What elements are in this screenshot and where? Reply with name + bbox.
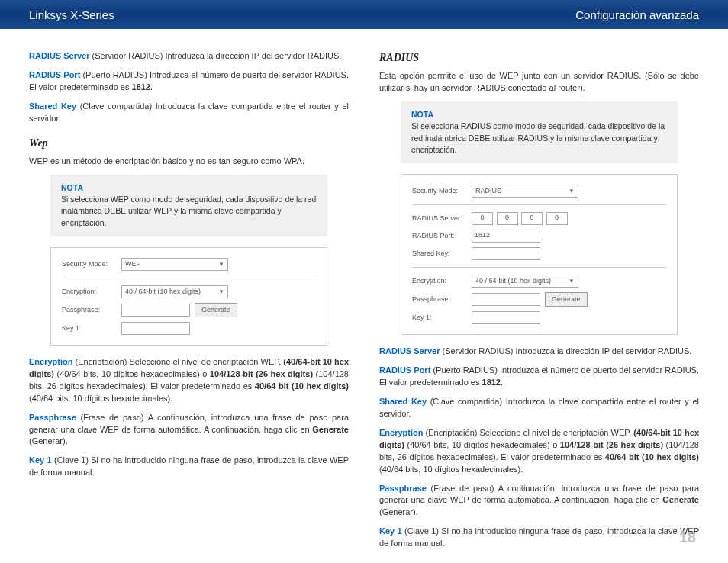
encryption-select[interactable]: 40 / 64-bit (10 hex digits)▼	[121, 285, 228, 298]
chevron-down-icon: ▼	[218, 288, 224, 297]
para-radius-server: RADIUS Server (Servidor RADIUS) Introduz…	[379, 346, 699, 358]
note-label: NOTA	[61, 182, 317, 194]
passphrase-input[interactable]	[472, 293, 540, 306]
ss-radius-port-label: RADIUS Port:	[412, 231, 472, 241]
ss-encryption-row: Encryption: 40 / 64-bit (10 hex digits)▼	[62, 283, 316, 301]
divider	[412, 204, 666, 205]
divider	[62, 278, 316, 278]
para-shared-key: Shared Key (Clave compartida) Introduzca…	[379, 396, 699, 420]
para-encryption: Encryption (Encriptación) Seleccione el …	[379, 427, 699, 476]
term-radius-server: RADIUS Server	[379, 346, 440, 355]
term-radius-port: RADIUS Port	[29, 70, 80, 79]
note-box-wep: NOTA Si selecciona WEP como modo de segu…	[50, 175, 327, 236]
ip-octet-2-input[interactable]: 0	[497, 212, 518, 225]
header-right: Configuración avanzada	[575, 8, 699, 21]
ss-key1-row: Key 1:	[412, 309, 666, 327]
passphrase-input[interactable]	[121, 304, 190, 317]
para-passphrase: Passphrase (Frase de paso) A continuació…	[29, 412, 349, 449]
chevron-down-icon: ▼	[569, 277, 575, 286]
encryption-select[interactable]: 40 / 64-bit (10 hex digits)▼	[472, 275, 578, 288]
term-shared-key: Shared Key	[29, 101, 76, 111]
term-passphrase: Passphrase	[379, 484, 427, 493]
term-encryption: Encryption	[379, 428, 423, 437]
chevron-down-icon: ▼	[218, 260, 224, 269]
term-radius-port: RADIUS Port	[379, 365, 430, 375]
para-radius-server: RADIUS Server (Servidor RADIUS) Introduz…	[29, 50, 349, 63]
ss-security-mode-label: Security Mode:	[62, 259, 121, 269]
ss-passphrase-row: Passphrase: Generate	[412, 290, 666, 309]
ss-passphrase-label: Passphrase:	[412, 294, 472, 304]
ss-passphrase-row: Passphrase: Generate	[62, 301, 316, 320]
ss-security-mode-label: Security Mode:	[412, 186, 472, 196]
divider	[412, 267, 666, 268]
ss-encryption-label: Encryption:	[412, 276, 472, 286]
radius-intro: Esta opción permite el uso de WEP junto …	[379, 70, 699, 95]
ss-radius-server-label: RADIUS Server:	[412, 214, 472, 224]
note-text: Si selecciona WEP como modo de seguridad…	[61, 195, 316, 227]
screenshot-wep: Security Mode: WEP▼ Encryption: 40 / 64-…	[50, 247, 327, 346]
para-key1: Key 1 (Clave 1) Si no ha introducido nin…	[379, 526, 699, 550]
para-radius-port: RADIUS Port (Puerto RADIUS) Introduzca e…	[29, 69, 349, 94]
para-shared-key: Shared Key (Clave compartida) Introduzca…	[29, 101, 349, 125]
page-number: 18	[679, 529, 696, 546]
ss-radius-port-row: RADIUS Port: 1812	[412, 227, 666, 245]
security-mode-select[interactable]: RADIUS▼	[472, 185, 578, 198]
term-passphrase: Passphrase	[29, 413, 76, 422]
ss-encryption-row: Encryption: 40 / 64-bit (10 hex digits)▼	[412, 272, 666, 290]
para-radius-port: RADIUS Port (Puerto RADIUS) Introduzca e…	[379, 365, 699, 389]
para-encryption: Encryption (Encriptación) Seleccione el …	[29, 356, 349, 405]
term-key1: Key 1	[29, 455, 52, 465]
security-mode-select[interactable]: WEP▼	[121, 258, 228, 271]
note-box-radius: NOTA Si selecciona RADIUS como modo de s…	[401, 101, 678, 163]
generate-button[interactable]: Generate	[195, 303, 237, 317]
ss-shared-key-label: Shared Key:	[412, 249, 472, 259]
heading-wep: Wep	[29, 136, 349, 151]
ss-key1-row: Key 1:	[62, 320, 316, 337]
ss-security-mode-row: Security Mode: WEP▼	[62, 256, 316, 273]
term-shared-key: Shared Key	[379, 397, 427, 406]
ss-radius-server-row: RADIUS Server: 0. 0. 0. 0	[412, 210, 666, 227]
para-passphrase: Passphrase (Frase de paso) A continuació…	[379, 483, 699, 520]
ss-security-mode-row: Security Mode: RADIUS▼	[412, 182, 666, 200]
key1-input[interactable]	[472, 311, 540, 324]
screenshot-radius: Security Mode: RADIUS▼ RADIUS Server: 0.…	[401, 174, 678, 335]
term-encryption: Encryption	[29, 357, 72, 366]
left-column: RADIUS Server (Servidor RADIUS) Introduz…	[29, 50, 349, 557]
ip-octet-3-input[interactable]: 0	[521, 212, 543, 225]
term-radius-server: RADIUS Server	[29, 51, 89, 60]
ip-octet-4-input[interactable]: 0	[546, 212, 568, 225]
note-text: Si selecciona RADIUS como modo de seguri…	[411, 121, 665, 153]
ss-shared-key-row: Shared Key:	[412, 245, 666, 262]
right-column: RADIUS Esta opción permite el uso de WEP…	[379, 50, 699, 557]
radius-port-input[interactable]: 1812	[472, 230, 540, 243]
ss-encryption-label: Encryption:	[62, 287, 121, 297]
key1-input[interactable]	[121, 322, 190, 335]
chevron-down-icon: ▼	[569, 187, 575, 196]
para-key1: Key 1 (Clave 1) Si no ha introducido nin…	[29, 455, 349, 479]
note-label: NOTA	[411, 109, 667, 121]
header-left: Linksys X-Series	[29, 8, 114, 21]
ss-key1-label: Key 1:	[62, 323, 121, 333]
heading-radius: RADIUS	[379, 50, 699, 66]
content-area: RADIUS Server (Servidor RADIUS) Introduz…	[0, 29, 728, 557]
ip-octet-1-input[interactable]: 0	[472, 212, 493, 225]
generate-button[interactable]: Generate	[545, 292, 588, 307]
shared-key-input[interactable]	[472, 247, 540, 260]
term-key1: Key 1	[379, 526, 402, 536]
wep-intro: WEP es un método de encriptación básico …	[29, 156, 349, 168]
ss-passphrase-label: Passphrase:	[62, 305, 121, 315]
header-bar: Linksys X-Series Configuración avanzada	[0, 0, 728, 29]
ss-key1-label: Key 1:	[412, 313, 472, 323]
